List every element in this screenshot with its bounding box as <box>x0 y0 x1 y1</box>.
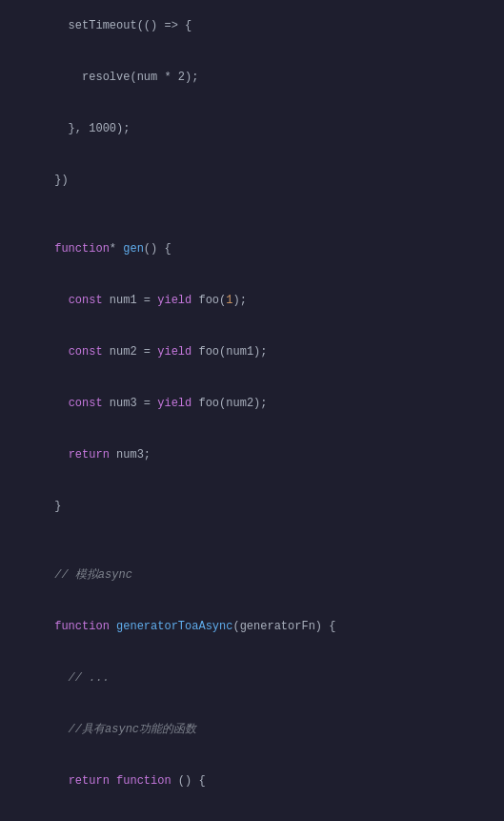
code-line: }) <box>0 154 504 206</box>
code-line: setTimeout(() => { <box>0 0 504 51</box>
code-line: resolve(num * 2); <box>0 51 504 103</box>
code-line: const num1 = yield foo(1); <box>0 275 504 326</box>
code-line <box>0 532 504 549</box>
code-line: } <box>0 481 504 532</box>
code-line <box>0 206 504 223</box>
code-line: // 模拟async <box>0 549 504 601</box>
code-line: function* gen() { <box>0 223 504 275</box>
code-line: //具有async功能的函数 <box>0 704 504 755</box>
code-editor: setTimeout(() => { resolve(num * 2); }, … <box>0 0 504 821</box>
code-line: return function () { <box>0 755 504 807</box>
code-line: }, 1000); <box>0 103 504 154</box>
code-line: const num2 = yield foo(num1); <box>0 326 504 378</box>
code-line: const num3 = yield foo(num2); <box>0 378 504 429</box>
code-line: function generatorToaAsync(generatorFn) … <box>0 601 504 652</box>
code-line <box>0 807 504 821</box>
code-line: // ... <box>0 652 504 704</box>
code-line: return num3; <box>0 429 504 481</box>
